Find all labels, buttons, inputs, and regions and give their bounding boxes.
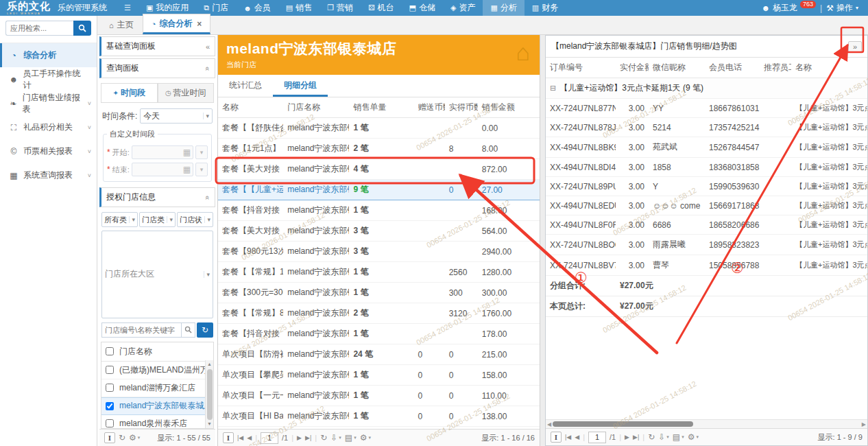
columns-icon[interactable]: ▤ bbox=[345, 433, 352, 443]
collapse-up-icon[interactable]: « bbox=[204, 195, 212, 199]
store-type-filter-select[interactable]: 门店类别▾ bbox=[139, 212, 176, 227]
order-row[interactable]: XX-494U7NL8BK992 3.00 苑武斌 15267844547 【儿… bbox=[546, 137, 867, 158]
col-paid-amount[interactable]: 实付金额 bbox=[616, 58, 649, 78]
col-wechat-nick[interactable]: 微信昵称 bbox=[649, 58, 705, 78]
store-keyword-input[interactable] bbox=[101, 322, 182, 338]
page-number-input[interactable] bbox=[261, 432, 278, 444]
hamburger-menu-button[interactable]: ☰ bbox=[117, 0, 138, 16]
sales-row[interactable]: 套餐【300元=300币】 meland宁波东部银泰... 1 笔 300 30… bbox=[218, 283, 540, 303]
gear-icon[interactable]: ⚙ bbox=[129, 433, 136, 443]
tab-business-hours[interactable]: ◷营业时间 bbox=[158, 83, 215, 102]
top-menu-item[interactable]: ❒ 营销 bbox=[320, 0, 361, 16]
base-query-panel-header[interactable]: 基础查询面板 « bbox=[99, 36, 215, 56]
sales-row[interactable]: 单次项目【攀爬架（... meland宁波东部银泰... 1 笔 0 0 158… bbox=[218, 365, 540, 386]
tab-time-range[interactable]: ✦时间段 bbox=[101, 83, 158, 102]
close-icon[interactable]: × bbox=[197, 19, 202, 29]
sales-row[interactable]: 套餐【【儿童+运动... meland宁波东部银泰... 9 笔 0 27.00 bbox=[218, 180, 540, 200]
sidebar-nav-item[interactable]: ◔ 综合分析 bbox=[0, 43, 97, 67]
order-row[interactable]: XX-724U7NL8BV7V6 3.00 曹琴 15058856788 【儿童… bbox=[546, 255, 867, 276]
top-menu-item[interactable]: ▤ 销售 bbox=[278, 0, 320, 16]
columns-icon[interactable]: ▤ bbox=[673, 432, 680, 442]
next-page-icon[interactable]: ▶ bbox=[297, 434, 302, 441]
sidebar-nav-item[interactable]: ▦ 系统查询报表 ˅ bbox=[0, 163, 97, 187]
end-time-select[interactable]: ▾ bbox=[195, 163, 208, 176]
scroll-up-icon[interactable]: ▲ bbox=[207, 360, 212, 368]
start-time-select[interactable]: ▾ bbox=[195, 145, 208, 159]
store-checkbox[interactable] bbox=[106, 419, 114, 427]
col-name[interactable]: 名称 bbox=[218, 97, 283, 118]
top-menu-item[interactable]: ▦ 分析 bbox=[483, 0, 524, 16]
col-actual-coins[interactable]: 实得币数 bbox=[445, 97, 478, 118]
collapse-group-icon[interactable]: ⊟ bbox=[550, 84, 556, 93]
refresh-store-list-button[interactable]: ↻ bbox=[197, 322, 213, 338]
order-row[interactable]: XX-494U7NL8F0FIC 3.00 6686 18658206686 【… bbox=[546, 215, 867, 235]
sales-row[interactable]: 套餐【美大对接【26... meland宁波东部银泰... 4 笔 872.00 bbox=[218, 159, 540, 180]
sales-row[interactable]: 套餐【美大对接【26... meland宁波东部银泰... 3 笔 564.00 bbox=[218, 221, 540, 242]
end-date-input[interactable]: ▦ bbox=[132, 163, 193, 176]
select-all-checkbox[interactable] bbox=[106, 347, 114, 355]
col-order-no[interactable]: 订单编号 bbox=[546, 58, 616, 78]
sidebar-nav-item[interactable]: © 币票相关报表 ˅ bbox=[0, 139, 97, 163]
col-qty[interactable]: 销售单量 bbox=[349, 97, 413, 118]
store-row[interactable]: meland淄博万象汇店 bbox=[101, 379, 213, 397]
sales-row[interactable]: 套餐【1元1点】 meland宁波东部银泰... 2 笔 8 8.00 bbox=[218, 139, 540, 159]
action-menu[interactable]: 操作 bbox=[836, 2, 853, 14]
top-menu-item[interactable]: ☻ 会员 bbox=[236, 0, 278, 16]
tab-home[interactable]: ⌂ 主页 bbox=[100, 15, 143, 34]
prev-page-icon[interactable]: ◀ bbox=[575, 434, 579, 441]
app-search-input[interactable] bbox=[5, 21, 73, 36]
tab-detail-group[interactable]: 明细分组 bbox=[273, 75, 328, 97]
collapse-left-icon[interactable]: « bbox=[206, 43, 210, 51]
top-menu-item[interactable]: ⬒ 仓储 bbox=[402, 0, 443, 16]
col-item-name[interactable]: 名称 bbox=[791, 58, 867, 78]
store-row[interactable]: meland泉州泰禾店 bbox=[101, 415, 213, 429]
scroll-down-icon[interactable]: ▼ bbox=[207, 420, 212, 428]
group-header-row[interactable]: ⊟【儿童+运动馆】3元点卡延期1天 (9 笔) bbox=[546, 78, 867, 99]
sidebar-nav-item[interactable]: ❧ 门店销售业绩报表 ˅ bbox=[0, 91, 97, 115]
region-filter-select[interactable]: 门店所在大区 ▾ bbox=[101, 231, 213, 318]
sales-row[interactable]: 套餐【抖音对接【新... meland宁波东部银泰... 1 笔 178.00 bbox=[218, 324, 540, 344]
store-row[interactable]: (已撤场)MELAND温州万象城店 bbox=[101, 362, 213, 379]
order-row[interactable]: XX-724U7NL89PUGJ 3.00 Y 15990539630 【儿童+… bbox=[546, 177, 867, 196]
sales-row[interactable]: 套餐【980元13次1大... meland宁波东部银泰... 3 笔 2940… bbox=[218, 242, 540, 262]
sales-row[interactable]: 单次项目【一元一点... meland宁波东部银泰... 1 笔 0 0 110… bbox=[218, 386, 540, 406]
refresh-icon[interactable]: ↻ bbox=[320, 433, 327, 443]
order-row[interactable]: XX-724U7NL877N6I 3.00 YY 18667861031 【儿童… bbox=[546, 99, 867, 118]
text-select-icon[interactable]: I bbox=[223, 432, 234, 443]
col-gift-coins[interactable]: 赠送币数 bbox=[414, 97, 445, 118]
category-filter-select[interactable]: 所有类别▾ bbox=[101, 212, 138, 227]
store-list-scrollbar[interactable]: ▲ ▼ bbox=[205, 360, 213, 429]
store-search-button[interactable] bbox=[182, 322, 195, 338]
scroll-left-icon[interactable]: ◀ bbox=[547, 421, 551, 427]
col-member-phone[interactable]: 会员电话 bbox=[705, 58, 760, 78]
order-row[interactable]: XX-494U7NL8EDU73 3.00 ☺☺☺ come 156691718… bbox=[546, 196, 867, 215]
sales-row[interactable]: 套餐【【常规】880... meland宁波东部银泰... 2 笔 3120 1… bbox=[218, 303, 540, 324]
app-search-button[interactable] bbox=[73, 21, 91, 36]
sales-row[interactable]: 单次项目【防滑袜(M... meland宁波东部银泰... 24 笔 0 0 2… bbox=[218, 344, 540, 365]
download-icon[interactable]: ⇩ bbox=[658, 432, 665, 442]
top-menu-item[interactable]: ◈ 资产 bbox=[443, 0, 483, 16]
sales-row[interactable]: 套餐【抖音对接【元... meland宁波东部银泰... 1 笔 168.00 bbox=[218, 200, 540, 221]
gear-icon[interactable]: ⚙ bbox=[360, 433, 367, 443]
text-select-icon[interactable]: I bbox=[551, 432, 562, 443]
text-select-icon[interactable]: I bbox=[104, 432, 115, 443]
top-menu-item[interactable]: ⚄ 机台 bbox=[361, 0, 402, 16]
first-page-icon[interactable]: |◀ bbox=[237, 434, 243, 441]
last-page-icon[interactable]: ▶| bbox=[633, 434, 639, 441]
store-row[interactable]: meland宁波东部银泰城店 bbox=[101, 397, 213, 415]
order-row[interactable]: XX-724U7NL878JND 3.00 5214 17357425214 【… bbox=[546, 118, 867, 137]
first-page-icon[interactable]: |◀ bbox=[565, 434, 571, 441]
tab-comprehensive-analysis[interactable]: ◔ 综合分析 × bbox=[143, 14, 211, 34]
sales-row[interactable]: 套餐【【舒肤佳合作... meland宁波东部银泰... 1 笔 0.00 bbox=[218, 118, 540, 139]
scroll-right-icon[interactable]: ▶ bbox=[862, 421, 866, 427]
sales-row[interactable]: 单次项目【HI Ball球... meland宁波东部银泰... 1 笔 0 0… bbox=[218, 406, 540, 427]
store-checkbox[interactable] bbox=[106, 384, 114, 392]
user-name[interactable]: 杨玉龙 bbox=[773, 2, 797, 14]
store-checkbox[interactable] bbox=[106, 366, 114, 374]
next-page-icon[interactable]: ▶ bbox=[625, 434, 629, 441]
sales-row[interactable]: 套餐【【常规】1280... meland宁波东部银泰... 1 笔 2560 … bbox=[218, 262, 540, 283]
notification-badge[interactable]: 763 bbox=[800, 1, 816, 8]
sidebar-nav-item[interactable]: ⛶ 礼品积分相关 ˅ bbox=[0, 115, 97, 139]
horizontal-scrollbar[interactable]: ◀ ▶ bbox=[546, 419, 867, 428]
prev-page-icon[interactable]: ◀ bbox=[247, 434, 252, 441]
